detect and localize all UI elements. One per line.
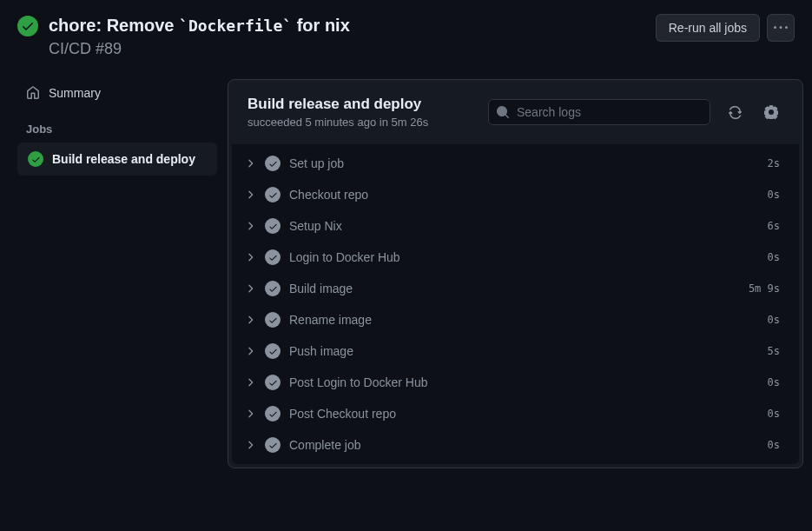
- check-circle-icon: [265, 156, 281, 171]
- job-title: Build release and deploy: [248, 96, 476, 113]
- check-circle-icon: [265, 187, 281, 202]
- sidebar-summary-link[interactable]: Summary: [17, 79, 217, 107]
- step-name: Login to Docker Hub: [289, 250, 759, 264]
- chevron-right-icon: [244, 345, 256, 357]
- chevron-right-icon: [244, 251, 256, 263]
- step-duration: 5s: [768, 345, 780, 357]
- sync-icon: [728, 105, 742, 119]
- settings-button[interactable]: [759, 100, 783, 124]
- check-circle-icon: [265, 406, 281, 421]
- step-name: Post Checkout repo: [289, 407, 759, 421]
- step-row[interactable]: Post Login to Docker Hub0s: [232, 367, 799, 398]
- step-row[interactable]: Setup Nix6s: [232, 210, 799, 242]
- step-duration: 0s: [768, 189, 780, 201]
- sidebar-jobs-heading: Jobs: [17, 107, 217, 143]
- rerun-all-jobs-button[interactable]: Re-run all jobs: [656, 14, 760, 42]
- sidebar-job-item[interactable]: Build release and deploy: [17, 143, 217, 176]
- sidebar-job-label: Build release and deploy: [52, 152, 195, 166]
- step-row[interactable]: Login to Docker Hub0s: [232, 242, 799, 273]
- kebab-menu-button[interactable]: [767, 14, 795, 42]
- chevron-right-icon: [244, 314, 256, 326]
- step-row[interactable]: Build image5m 9s: [232, 273, 799, 304]
- chevron-right-icon: [244, 282, 256, 295]
- chevron-right-icon: [244, 439, 256, 451]
- step-duration: 0s: [768, 439, 780, 451]
- step-row[interactable]: Complete job0s: [232, 429, 799, 461]
- step-name: Rename image: [289, 313, 759, 327]
- step-duration: 5m 9s: [749, 282, 780, 295]
- check-circle-icon: [265, 249, 281, 265]
- check-circle-icon: [17, 16, 38, 37]
- gear-icon: [764, 105, 778, 119]
- check-circle-icon: [265, 218, 281, 234]
- job-status-text: succeeded 5 minutes ago in 5m 26s: [248, 116, 476, 129]
- step-row[interactable]: Rename image0s: [232, 304, 799, 335]
- chevron-right-icon: [244, 408, 256, 420]
- step-duration: 0s: [768, 251, 780, 263]
- chevron-right-icon: [244, 220, 256, 232]
- workflow-run-id: CI/CD #89: [49, 40, 645, 58]
- search-icon: [496, 105, 510, 119]
- chevron-right-icon: [244, 189, 256, 201]
- step-name: Set up job: [289, 156, 759, 170]
- step-row[interactable]: Push image5s: [232, 335, 799, 367]
- check-circle-icon: [28, 151, 43, 167]
- step-duration: 0s: [768, 314, 780, 326]
- sidebar-summary-label: Summary: [49, 86, 101, 100]
- step-row[interactable]: Post Checkout repo0s: [232, 398, 799, 429]
- refresh-button[interactable]: [723, 100, 747, 124]
- step-duration: 2s: [768, 157, 780, 169]
- step-row[interactable]: Checkout repo0s: [232, 179, 799, 210]
- step-name: Post Login to Docker Hub: [289, 375, 759, 389]
- step-row[interactable]: Set up job2s: [232, 148, 799, 179]
- step-name: Checkout repo: [289, 188, 759, 202]
- search-logs-input[interactable]: [488, 99, 710, 125]
- step-duration: 0s: [768, 408, 780, 420]
- chevron-right-icon: [244, 376, 256, 388]
- check-circle-icon: [265, 375, 281, 390]
- step-name: Build image: [289, 282, 740, 295]
- step-name: Setup Nix: [289, 219, 759, 233]
- step-duration: 6s: [768, 220, 780, 232]
- home-icon: [26, 86, 40, 100]
- page-title: chore: Remove `Dockerfile` for nix: [49, 14, 645, 37]
- check-circle-icon: [265, 312, 281, 328]
- check-circle-icon: [265, 437, 281, 453]
- kebab-horizontal-icon: [774, 21, 788, 35]
- chevron-right-icon: [244, 157, 256, 169]
- step-duration: 0s: [768, 376, 780, 388]
- check-circle-icon: [265, 343, 281, 359]
- step-name: Complete job: [289, 438, 759, 452]
- step-name: Push image: [289, 344, 759, 358]
- check-circle-icon: [265, 281, 281, 296]
